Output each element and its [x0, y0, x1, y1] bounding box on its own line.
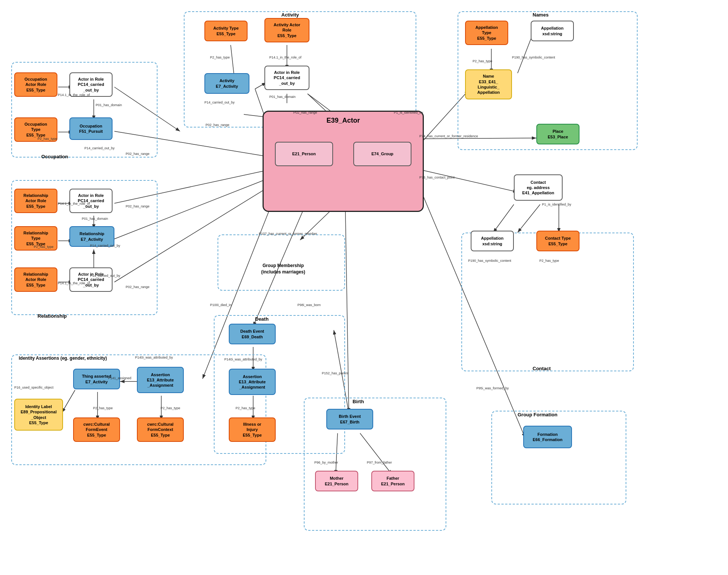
edge-p190-symbolic: P190_has_symbolic_content — [512, 56, 555, 59]
edge-p01-has-domain-activity: P01_has_domain — [269, 95, 296, 99]
edge-p14-in-role-rel2: P14.1_in_the_role_of — [58, 281, 90, 285]
e21-person-node: E21_Person — [275, 142, 333, 166]
edge-p190-symbolic-contact: P190_has_symbolic_content — [468, 259, 511, 263]
edge-p16-specific: P16_used_specific_object — [14, 386, 54, 389]
e74-group-node: E74_Group — [353, 142, 411, 166]
contact-group — [461, 233, 634, 371]
edge-p14-carried-rel2: P14_carried_out_by — [90, 274, 120, 278]
father-label: FatherE21_Person — [381, 476, 405, 486]
svg-line-25 — [416, 169, 518, 192]
group-formation-group — [491, 411, 626, 504]
edge-p2-type-illness: P2_has_type — [236, 406, 255, 410]
edge-p1-identified-contact: P1_is_identified_by — [542, 203, 571, 206]
edge-p02-range-rel1: P02_has_range — [126, 204, 150, 208]
actor-in-role-activity-label: Actor in RolePC14_carried_out_by — [274, 70, 300, 86]
cwrc-cultural-context-node: cwrc:CulturalFormContextE55_Type — [137, 417, 184, 442]
cwrc-cultural-form-label: cwrc:CulturalFormEventE55_Type — [83, 422, 110, 438]
assertion-death-node: AssertionE13_Attribute_Assignment — [229, 369, 276, 395]
activity-e7-label: ActivityE7_Activity — [216, 78, 238, 89]
svg-line-26 — [518, 204, 540, 233]
edge-p107-member: P107_has_current_or_former_member — [259, 232, 317, 236]
actor-in-role-rel1-node: Actor in RolePC14_carried_out_by — [69, 189, 113, 213]
assertion-identity-label: AssertionE13_Attribute_Assignment — [147, 372, 174, 388]
assertion-identity-node: AssertionE13_Attribute_Assignment — [137, 367, 184, 393]
group-formation-label: Group Formation — [518, 412, 557, 417]
place-node: PlaceE53_Place — [536, 124, 579, 144]
appellation-type-node: AppellationTypeE55_Type — [465, 21, 508, 45]
activity-group-label: Activity — [281, 12, 299, 18]
edge-p14-carried-rel1: P14_carried_out_by — [90, 244, 120, 248]
relationship-actor-role1-node: RelationshipActor RoleE55_Type — [14, 189, 57, 213]
appellation-type-label: AppellationTypeE55_Type — [476, 25, 498, 41]
formation-node: FormationE66_Formation — [523, 426, 572, 448]
activity-e7-node: ActivityE7_Activity — [204, 73, 249, 94]
relationship-actor-role2-node: RelationshipActor RoleE55_Type — [14, 267, 57, 292]
names-group-label: Names — [533, 12, 549, 18]
occupation-f51-label: OccupationF51_Pursuit — [79, 123, 103, 134]
edge-p02-range-occ: P02_has_range — [126, 152, 150, 156]
svg-line-31 — [345, 191, 349, 413]
actor-in-role-activity-node: Actor in RolePC14_carried_out_by — [264, 66, 309, 90]
contact-node: Contacteg. addressE41_Appellation — [514, 174, 563, 201]
edge-p02-range-act2: P02_has_range — [293, 111, 317, 114]
illness-injury-label: Illness orInjuryE55_Type — [243, 422, 262, 438]
edge-p100-died: P100i_died_in — [210, 303, 231, 307]
edge-p1-identified-by: P1_is_identified_by — [394, 111, 423, 114]
death-group-label: Death — [255, 316, 269, 322]
birth-event-label: Birth EventE67_Birth — [339, 414, 361, 425]
appellation-xsd-node: Appellationxsd:string — [531, 21, 574, 41]
occupation-group-label: Occupation — [41, 154, 68, 159]
identity-group-label: Identity Assertions (eg. gender, ethnici… — [19, 356, 107, 361]
relationship-actor-role1-label: RelationshipActor RoleE55_Type — [23, 193, 48, 209]
appellation-xsd-label: Appellationxsd:string — [541, 26, 564, 36]
actor-in-role-occupation-label: Actor in RolePC14_carried_out_by — [78, 77, 104, 93]
contact-label: Contacteg. addressE41_Appellation — [522, 180, 554, 196]
identity-label-label: Identity LabelE89_Propositional_ObjectE5… — [21, 404, 57, 425]
illness-injury-node: Illness orInjuryE55_Type — [229, 417, 276, 442]
edge-p14-in-role-occ: P14.1_in_the_role_of — [58, 93, 90, 97]
cwrc-cultural-form-node: cwrc:CulturalFormEventE55_Type — [73, 417, 120, 442]
occupation-type-label: OccupationTypeE55_Type — [24, 122, 47, 138]
edge-p14-in-role-of-activity: P14.1_in_the_role_of — [269, 56, 302, 59]
e21-person-label: E21_Person — [292, 151, 316, 156]
edge-p2-type-context: P2_has_type — [161, 406, 180, 410]
activity-type-node: Activity TypeE55_Type — [204, 21, 248, 41]
e74-group-label: E74_Group — [371, 151, 393, 156]
assertion-death-label: AssertionE13_Attribute_Assignment — [239, 374, 266, 390]
relationship-actor-role2-label: RelationshipActor RoleE55_Type — [23, 272, 48, 288]
name-e33-label: NameE33_E41_Linguistic_Appellation — [477, 74, 500, 95]
edge-p2-has-type-activity: P2_has_type — [210, 56, 230, 59]
relationship-group-label: Relationship — [38, 313, 67, 319]
name-e33-node: NameE33_E41_Linguistic_Appellation — [465, 69, 512, 99]
actor-in-role-rel1-label: Actor in RolePC14_carried_out_by — [78, 193, 104, 209]
place-label: PlaceE53_Place — [548, 129, 568, 140]
e39-actor-label: E39_Actor — [324, 115, 362, 126]
activity-type-label: Activity TypeE55_Type — [213, 26, 239, 36]
edge-p74-residence: P74_has_current_or_former_residence — [419, 134, 478, 138]
edge-p2-type-form: P2_has_type — [93, 406, 113, 410]
group-membership-label: Group Membership(includes marriages) — [221, 263, 345, 275]
activity-actor-role-node: Activity ActorRoleE55_Type — [264, 18, 309, 42]
contact-group-label: Contact — [533, 366, 551, 371]
diagram-container: Activity Names Occupation Relationship I… — [0, 0, 728, 575]
birth-group-label: Birth — [353, 399, 364, 404]
svg-line-28 — [493, 204, 514, 233]
formation-label: FormationE66_Formation — [533, 432, 562, 443]
edge-p95-formed: P95i_was_formed_by — [476, 386, 509, 390]
relationship-e7-label: RelationshipE7_Activity — [80, 231, 104, 242]
contact-type-node: Contact TypeE55_Type — [536, 231, 579, 251]
contact-type-label: Contact TypeE55_Type — [545, 236, 571, 246]
activity-actor-role-label: Activity ActorRoleE55_Type — [273, 22, 300, 38]
e39-actor-container: E39_Actor E21_Person E74_Group — [263, 111, 424, 212]
father-node: FatherE21_Person — [371, 471, 414, 491]
edge-p97-father: P97_from_father — [367, 461, 392, 464]
mother-node: MotherE21_Person — [315, 471, 358, 491]
edge-p14-carried-occ: P14_carried_out_by — [84, 146, 115, 150]
edge-p01-domain-rel: P01_has_domain — [82, 217, 108, 221]
thing-asserted-label: Thing assertedE7_Activity — [82, 374, 111, 384]
occupation-actor-role-label: OccupationActor RoleE55_Type — [24, 77, 47, 93]
edge-p2-type-rel: P2_has_type — [34, 245, 54, 249]
identity-label-node: Identity LabelE89_Propositional_ObjectE5… — [14, 399, 63, 431]
edge-p141-assigned: P141_assigned — [108, 376, 131, 380]
edge-p2-type-contact: P2_has_type — [539, 259, 559, 263]
